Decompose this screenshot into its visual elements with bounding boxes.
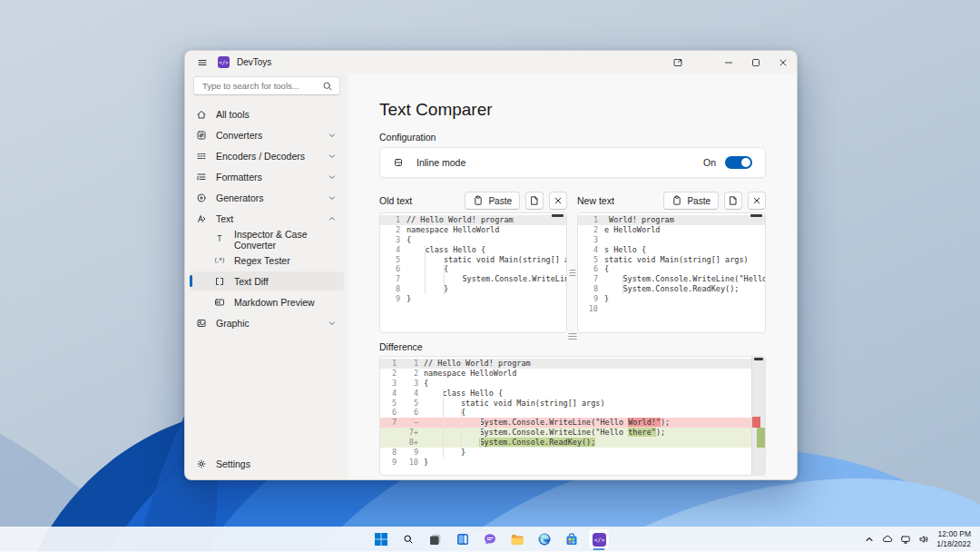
sidebar-item-graphic[interactable]: Graphic xyxy=(190,313,344,332)
code-line: 2e HelloWorld xyxy=(578,225,765,235)
line-text: { xyxy=(407,264,566,274)
chevron-down-icon xyxy=(327,151,338,162)
indent-guide xyxy=(425,245,426,294)
devtoys-icon[interactable]: </> xyxy=(588,528,610,550)
old-paste-button[interactable]: Paste xyxy=(465,192,520,210)
line-text: } xyxy=(424,458,765,468)
overview-ruler[interactable] xyxy=(751,357,765,475)
text-icon xyxy=(196,213,207,224)
tool-search-box[interactable] xyxy=(193,76,340,95)
sidebar-item-encoders-decoders[interactable]: Encoders / Decoders xyxy=(190,146,344,165)
new-line-number: − xyxy=(402,418,418,428)
sidebar-item-text[interactable]: Text xyxy=(190,209,344,228)
old-line-number: 6 xyxy=(380,408,397,418)
maximize-button[interactable] xyxy=(742,51,769,74)
clock-time: 12:00 PM xyxy=(936,529,971,539)
search-icon xyxy=(322,81,333,92)
store-icon[interactable] xyxy=(561,528,583,550)
old-line-number xyxy=(380,428,397,438)
old-clear-button[interactable] xyxy=(549,192,567,210)
sidebar-item-label: Encoders / Decoders xyxy=(216,151,305,162)
task-view-icon[interactable] xyxy=(425,528,446,550)
code-line: 10 xyxy=(578,304,765,314)
new-open-file-button[interactable] xyxy=(724,192,742,210)
search-input[interactable] xyxy=(201,80,322,92)
line-number: 8 xyxy=(578,284,604,294)
clear-x-icon xyxy=(751,195,762,206)
widgets-icon[interactable] xyxy=(452,528,474,550)
new-paste-button[interactable]: Paste xyxy=(663,192,719,210)
old-text-label: Old text xyxy=(379,195,412,206)
line-text: static void Main(string[] args) xyxy=(424,399,765,409)
line-number: 3 xyxy=(578,235,604,245)
tray-chevron-up-icon[interactable] xyxy=(863,534,875,546)
devtoys-app-icon: </> xyxy=(218,56,230,68)
start-icon[interactable] xyxy=(370,528,392,550)
code-line: 6{ xyxy=(578,264,765,274)
scrollbar-thumb[interactable] xyxy=(754,358,763,360)
new-clear-button[interactable] xyxy=(748,192,766,210)
line-number: 6 xyxy=(380,264,407,274)
tray-network-icon[interactable] xyxy=(899,534,911,546)
old-line-number: 8 xyxy=(380,448,397,458)
new-line-number: 7+ xyxy=(402,428,418,438)
file-explorer-icon[interactable] xyxy=(506,528,528,550)
code-line: 7 System.Console.WriteLine("Hello there"… xyxy=(578,274,765,284)
line-number: 5 xyxy=(380,255,407,265)
edge-icon[interactable] xyxy=(534,528,555,550)
chevron-down-icon xyxy=(327,130,338,141)
scrollbar-thumb[interactable] xyxy=(750,214,762,217)
inline-mode-toggle[interactable] xyxy=(725,156,752,169)
difference-viewer[interactable]: 11// Hello World! program22namespace Hel… xyxy=(379,356,766,476)
sidebar-item-generators[interactable]: Generators xyxy=(190,188,344,207)
line-text: System.Console.WriteLine("Hello World!")… xyxy=(424,418,765,428)
sidebar-item-converters[interactable]: Converters xyxy=(190,125,344,144)
old-line-number: 7 xyxy=(380,418,397,428)
home-icon xyxy=(196,109,207,120)
vertical-splitter-handle[interactable] xyxy=(570,270,576,278)
new-line-number: 1 xyxy=(402,359,418,369)
sidebar-item-all-tools[interactable]: All tools xyxy=(190,104,344,123)
chat-icon[interactable] xyxy=(479,528,501,550)
compact-overlay-icon[interactable] xyxy=(664,51,691,74)
textdiff-icon xyxy=(214,276,225,287)
sidebar-item-settings[interactable]: Settings xyxy=(190,454,344,473)
horizontal-splitter-handle[interactable] xyxy=(569,333,577,340)
line-number: 2 xyxy=(380,225,407,235)
new-text-editor[interactable]: 1 World! program2e HelloWorld34s Hello {… xyxy=(577,212,766,333)
old-open-file-button[interactable] xyxy=(525,192,544,210)
sidebar-item-text-diff[interactable]: Text Diff xyxy=(190,271,344,291)
tray-volume-icon[interactable] xyxy=(917,534,929,546)
line-text: namespace HelloWorld xyxy=(424,369,765,379)
close-button[interactable] xyxy=(769,51,797,74)
code-line: 9} xyxy=(380,294,566,304)
code-line: 1// Hello World! program xyxy=(380,215,566,225)
code-line: 1 World! program xyxy=(578,215,765,225)
line-text: { xyxy=(407,235,566,245)
line-number: 1 xyxy=(578,215,604,225)
removed-line-marker xyxy=(752,417,760,428)
inline-mode-state: On xyxy=(703,157,716,168)
scrollbar-thumb[interactable] xyxy=(552,214,564,217)
code-line: 3 xyxy=(578,235,765,245)
new-line-number: 5 xyxy=(402,399,418,409)
sidebar-item-regex-tester[interactable]: (.*)Regex Tester xyxy=(190,251,344,270)
sidebar-item-markdown-preview[interactable]: Markdown Preview xyxy=(190,292,344,311)
search-icon[interactable] xyxy=(397,528,419,550)
sidebar-item-label: Graphic xyxy=(216,318,250,329)
sidebar-item-inspector-case-converter[interactable]: TInspector & Case Converter xyxy=(190,230,344,249)
old-paste-label: Paste xyxy=(488,196,512,206)
taskbar-clock[interactable]: 12:00 PM 1/18/2022 xyxy=(936,529,971,549)
hamburger-menu-button[interactable] xyxy=(194,54,211,71)
regex-icon: (.*) xyxy=(214,255,225,266)
taskbar: </> 12:00 PM 1/18/2022 xyxy=(0,527,980,552)
line-text: namespace HelloWorld xyxy=(407,225,566,235)
old-text-editor[interactable]: 1// Hello World! program2namespace Hello… xyxy=(379,212,567,333)
minimize-button[interactable] xyxy=(715,51,742,74)
code-line: 2namespace HelloWorld xyxy=(380,225,566,235)
sidebar-item-formatters[interactable]: Formatters xyxy=(190,167,344,186)
svg-text:</>: </> xyxy=(593,537,604,544)
tray-cloud-icon[interactable] xyxy=(881,534,893,546)
code-line: 5static void Main(string[] args) xyxy=(578,255,765,265)
sidebar-item-label: Inspector & Case Converter xyxy=(234,229,338,251)
